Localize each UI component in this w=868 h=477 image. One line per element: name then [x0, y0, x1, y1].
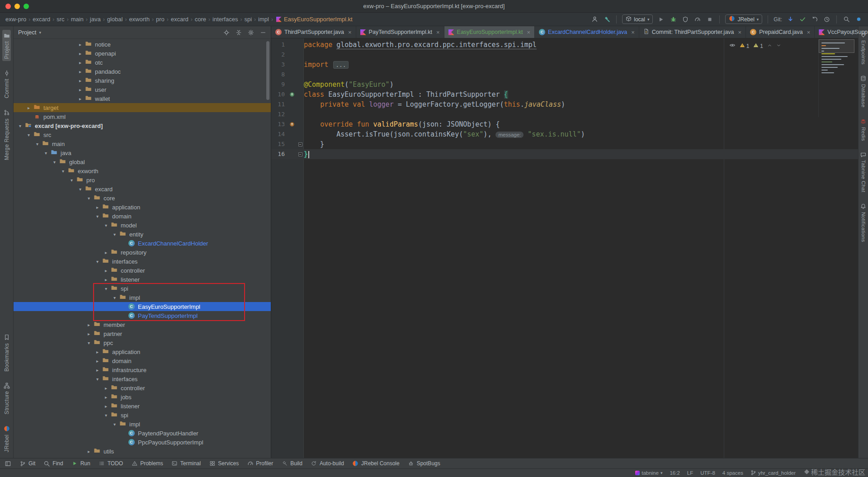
tree-chevron-icon[interactable]: ▾ [42, 151, 50, 156]
git-history-button[interactable] [823, 15, 831, 24]
tab-close-icon[interactable]: × [527, 29, 530, 36]
tree-chevron-icon[interactable]: ▸ [102, 386, 110, 391]
gear-icon[interactable] [247, 29, 254, 36]
breadcrumb-item[interactable]: pro [156, 16, 165, 23]
breadcrumb-item[interactable]: excard [171, 16, 189, 23]
tool-window-button-structure[interactable]: Structure [2, 380, 11, 416]
prev-issue-icon[interactable] [767, 43, 772, 49]
tree-chevron-icon[interactable]: ▸ [76, 60, 84, 65]
highlight-level-icon[interactable] [729, 42, 736, 50]
code-text[interactable]: override fun validParams(json: JSONObjec… [304, 119, 858, 129]
tree-item[interactable]: ▸member [14, 320, 271, 329]
tool-window-button-services[interactable]: Services [205, 458, 243, 468]
tool-window-button-todo[interactable]: TODO [94, 458, 127, 468]
git-rollback-button[interactable] [811, 15, 819, 24]
tree-chevron-icon[interactable]: ▾ [68, 178, 75, 183]
code-text[interactable]: @Component("EasyEuro") [304, 80, 858, 90]
code-line[interactable]: 10class EasyEuroSupporterImpl : ThirdPar… [271, 90, 858, 99]
line-number[interactable]: 8 [271, 70, 288, 80]
code-text[interactable]: Assert.isTrue(json.containsKey("sex"), m… [304, 129, 858, 139]
project-view-dropdown-icon[interactable]: ▾ [39, 30, 41, 35]
tree-chevron-icon[interactable]: ▸ [76, 69, 84, 74]
breadcrumb-item[interactable]: exworth [129, 16, 150, 23]
tree-chevron-icon[interactable]: ▸ [102, 250, 110, 255]
zoom-button[interactable] [24, 4, 29, 9]
code-text[interactable] [304, 70, 858, 80]
code-text[interactable] [304, 109, 858, 119]
tree-item[interactable]: ▸infrastructure [14, 365, 271, 374]
tree-chevron-icon[interactable]: ▾ [85, 340, 93, 345]
tree-chevron-icon[interactable]: ▾ [33, 142, 41, 146]
caret-position[interactable]: 16:2 [670, 470, 679, 476]
code-line[interactable]: 3import ... [271, 60, 858, 70]
git-commit-button[interactable] [798, 15, 807, 24]
tree-chevron-icon[interactable]: ▸ [76, 51, 84, 56]
breadcrumb-item[interactable]: src [57, 16, 64, 23]
tree-chevron-icon[interactable]: ▸ [76, 87, 84, 92]
tree-item[interactable]: CPaytendPayoutHandler [14, 429, 271, 438]
line-number[interactable]: 11 [271, 99, 288, 109]
tree-item[interactable]: ▾impl [14, 293, 271, 302]
tree-item[interactable]: ▾spi [14, 284, 271, 293]
tree-item[interactable]: ▸pandadoc [14, 67, 271, 76]
tree-item[interactable]: ▸user [14, 85, 271, 94]
tab-close-icon[interactable]: × [348, 29, 352, 36]
breadcrumb-file[interactable]: EasyEuroSupporterImpl.kt [276, 16, 353, 23]
line-number[interactable]: 14 [271, 129, 288, 139]
tree-item[interactable]: CPayTendSupporterImpl [14, 311, 271, 320]
tool-window-button-commit[interactable]: Commit [2, 67, 11, 100]
editor-options-icon[interactable]: ⋮ [849, 29, 855, 36]
tree-item[interactable]: ▾interfaces [14, 374, 271, 383]
line-number[interactable]: 1 [271, 40, 288, 50]
tree-item[interactable]: ▸controller [14, 266, 271, 275]
tree-item[interactable]: ▾global [14, 157, 271, 166]
tree-item[interactable]: ▾domain [14, 212, 271, 221]
breadcrumb-item[interactable]: global [107, 16, 123, 23]
tree-item[interactable]: ▾java [14, 148, 271, 157]
code-line[interactable]: 12 [271, 109, 858, 119]
tree-item[interactable]: CPpcPayoutSupporterImpl [14, 438, 271, 447]
tree-item[interactable]: ▾impl [14, 420, 271, 429]
git-update-button[interactable] [786, 15, 794, 24]
code-text[interactable]: private val logger = LoggerFactory.getLo… [304, 99, 858, 109]
hidden-tabs-icon[interactable] [840, 28, 845, 36]
run-button[interactable] [657, 15, 665, 24]
tree-item[interactable]: ▸jobs [14, 392, 271, 401]
indent-setting[interactable]: 4 spaces [722, 470, 743, 476]
file-encoding[interactable]: UTF-8 [700, 470, 715, 476]
tool-window-button-git[interactable]: Git [15, 458, 39, 468]
tool-window-button-project[interactable]: Project [2, 30, 11, 61]
line-number[interactable]: 2 [271, 50, 288, 60]
tool-window-button-jrebel[interactable]: JRebel [2, 423, 11, 454]
tool-window-button-tabnine-chat[interactable]: Tabnine Chat [860, 151, 867, 193]
editor-tab[interactable]: CExcardChannelCardHolder.java× [535, 26, 639, 38]
fold-marker-slot[interactable] [297, 149, 304, 159]
tree-chevron-icon[interactable]: ▸ [76, 78, 84, 83]
tree-chevron-icon[interactable]: ▸ [102, 277, 110, 282]
tree-chevron-icon[interactable]: ▾ [94, 214, 101, 219]
tree-chevron-icon[interactable]: ▸ [25, 105, 33, 110]
tree-chevron-icon[interactable]: ▾ [51, 160, 58, 165]
build-project-icon[interactable] [603, 15, 611, 24]
breadcrumb-item[interactable]: excard [33, 16, 50, 23]
minimap-viewport[interactable] [819, 39, 854, 53]
tool-window-button-auto-build[interactable]: Auto-build [307, 458, 348, 468]
tree-chevron-icon[interactable]: ▸ [76, 42, 84, 47]
code-line[interactable]: 13 override fun validParams(json: JSONOb… [271, 119, 858, 129]
run-config-select[interactable]: local ▾ [622, 14, 653, 24]
tab-close-icon[interactable]: × [807, 29, 811, 36]
next-issue-icon[interactable] [776, 43, 781, 49]
code-line[interactable]: 15 } [271, 139, 858, 149]
fold-icon[interactable] [298, 152, 302, 156]
tree-item[interactable]: ▸wallet [14, 94, 271, 103]
tree-item[interactable]: ▸partner [14, 329, 271, 338]
tree-item[interactable]: ▾entity [14, 230, 271, 239]
tree-item[interactable]: ▸notice [14, 40, 271, 49]
update-indicator-icon[interactable] [854, 15, 863, 24]
tool-window-button-bookmarks[interactable]: Bookmarks [2, 332, 11, 374]
tree-item[interactable]: ▾ppc [14, 338, 271, 347]
tree-item[interactable]: ▸domain [14, 356, 271, 365]
tree-item[interactable]: ▾pro [14, 175, 271, 184]
tree-chevron-icon[interactable]: ▸ [94, 349, 101, 354]
minimap[interactable] [818, 39, 854, 117]
